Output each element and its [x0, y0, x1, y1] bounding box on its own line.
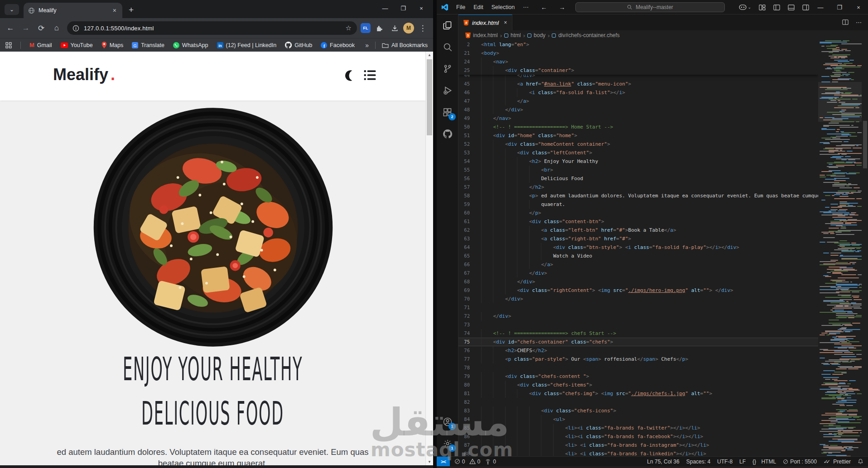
language-mode[interactable]: {} HTML [752, 458, 776, 465]
code-line[interactable]: 61 <div class="content-btn"> [458, 217, 818, 226]
search-icon[interactable] [437, 36, 458, 58]
dark-mode-moon-icon[interactable] [343, 69, 357, 82]
minimap-slider[interactable] [818, 82, 862, 122]
code-line[interactable]: 78 [458, 363, 818, 372]
code-line[interactable]: 46 <i class="fa-solid fa-list"></i> [458, 88, 818, 97]
code-line[interactable]: 55 <br> [458, 166, 818, 174]
extensions-icon[interactable]: 2 [437, 101, 458, 123]
home-icon[interactable]: ⌂ [50, 21, 63, 35]
code-line[interactable]: 86 <li><i class="fa-brands fa-facebook">… [458, 432, 818, 441]
code-editor[interactable]: 2<html lang="en">21<body>24 <nav>25 <div… [458, 40, 818, 456]
code-line[interactable]: 64 <div class="btn-style"> <i class="fa-… [458, 243, 818, 252]
code-line[interactable]: 67 </div> [458, 269, 818, 277]
code-line[interactable]: 62 <a class="left-btn" href="#">Book a T… [458, 226, 818, 234]
code-line[interactable]: 50 <!-- ! =================> Home Start … [458, 123, 818, 131]
chrome-menu-icon[interactable]: ⋮ [416, 21, 429, 35]
tab-close-icon[interactable]: × [504, 19, 507, 26]
code-line[interactable]: 88 <li> <i class="fa-brands fa-linkedin"… [458, 449, 818, 456]
code-line[interactable]: 63 <a class="right-btn" href="#"> [458, 234, 818, 243]
breadcrumb-file[interactable]: 5index.html [465, 32, 498, 38]
bookmarks-overflow-chevron[interactable]: » [365, 42, 369, 49]
code-line[interactable]: 80 <div class="chefs-items"> [458, 381, 818, 389]
indentation[interactable]: Spaces: 4 [686, 458, 710, 465]
code-line[interactable]: 59 quaerat. [458, 200, 818, 209]
code-line[interactable]: 74 <!-- ! =================> chefs Start… [458, 329, 818, 338]
code-line[interactable]: 54 <h2> Enjoy Your Healthy [458, 157, 818, 166]
extension-icon-blue[interactable]: FL [361, 23, 371, 33]
eol-sequence[interactable]: LF [739, 458, 746, 465]
editor-scrollbar-thumb[interactable] [863, 121, 867, 168]
code-line[interactable]: 51 <div id="home" class="home"> [458, 131, 818, 140]
toggle-secondary-sidebar-icon[interactable] [802, 4, 809, 11]
breadcrumb-div[interactable]: div#chefs-container.chefs [552, 32, 619, 38]
ports-status[interactable]: 0 [485, 458, 496, 465]
code-line[interactable]: 77 <p class="par-style"> Our <span> roff… [458, 355, 818, 363]
code-line[interactable]: 58 <p> ed autem laudantium dolores. Volu… [458, 191, 818, 200]
code-line[interactable]: 69 <div class="rightContent"> <img src="… [458, 286, 818, 295]
bookmark-linkedin[interactable]: in (12) Feed | LinkedIn [217, 42, 277, 48]
code-line[interactable]: 60 </p> [458, 209, 818, 217]
scroll-down-icon[interactable]: ▼ [426, 458, 433, 465]
address-bar[interactable]: 127.0.0.1:5500/index.html ☆ [67, 21, 357, 35]
live-server-port[interactable]: Port : 5500 [783, 458, 817, 465]
code-line[interactable]: 56 Delicious Food [458, 174, 818, 183]
cursor-position[interactable]: Ln 75, Col 36 [647, 458, 679, 465]
code-line[interactable]: 57 </h2> [458, 183, 818, 191]
code-line[interactable]: 82 [458, 398, 818, 406]
code-line[interactable]: 85 <li><i class="fa-brands fa-twitter"><… [458, 424, 818, 432]
bookmark-star-icon[interactable]: ☆ [346, 24, 352, 32]
chrome-maximize-button[interactable]: ❐ [394, 2, 412, 14]
source-control-icon[interactable] [437, 58, 458, 80]
bookmark-whatsapp[interactable]: WhatsApp [173, 42, 208, 48]
customize-layout-icon[interactable] [759, 4, 766, 11]
minimap[interactable] [818, 40, 862, 456]
prettier-status[interactable]: ✓✓ Prettier [824, 458, 851, 465]
explorer-icon[interactable] [437, 14, 458, 36]
run-debug-icon[interactable] [437, 80, 458, 101]
code-line[interactable]: 75 <div id="chefs-container" class="chef… [458, 338, 818, 346]
editor-more-actions-icon[interactable]: ⋯ [856, 19, 862, 26]
tab-index-html[interactable]: 5 index.html × [458, 14, 512, 30]
tab-close-icon[interactable]: × [111, 7, 118, 14]
notifications-bell-icon[interactable] [858, 458, 863, 464]
reload-icon[interactable]: ⟳ [34, 21, 48, 35]
problems-status[interactable]: 0 0 [454, 458, 480, 465]
url-text[interactable]: 127.0.0.1:5500/index.html [84, 25, 341, 32]
profile-avatar[interactable]: M [403, 23, 414, 33]
code-line[interactable]: 65 Watch a Video [458, 252, 818, 260]
menu-list-icon[interactable] [363, 69, 377, 81]
code-line[interactable]: 21<body> [458, 49, 818, 57]
code-line[interactable]: 47 </a> [458, 97, 818, 105]
code-line[interactable]: 83 <div class="chefs-icons"> [458, 406, 818, 415]
code-line[interactable]: 71 [458, 303, 818, 312]
code-line[interactable]: 79 <div class="chefs-content "> [458, 372, 818, 381]
remote-indicator[interactable]: >< [437, 457, 450, 466]
code-line[interactable]: 81 <div class="chefs-img"> <img src="./i… [458, 389, 818, 398]
back-icon[interactable]: ← [4, 21, 17, 35]
encoding[interactable]: UTF-8 [717, 458, 733, 465]
tab-search-button[interactable]: ⌄ [5, 4, 19, 15]
settings-gear-icon[interactable]: 1 [437, 433, 458, 454]
chrome-close-button[interactable]: × [412, 2, 430, 14]
bookmark-translate[interactable]: G Translate [132, 42, 164, 48]
browser-tab-mealify[interactable]: Mealify × [24, 3, 122, 18]
extensions-puzzle-icon[interactable] [372, 21, 386, 35]
menu-selection[interactable]: Selection [487, 4, 519, 10]
code-line[interactable]: 87 <li> <i class="fa-brands fa-instagram… [458, 441, 818, 449]
nav-forward-icon[interactable]: → [559, 4, 565, 11]
breadcrumb-body[interactable]: body [527, 32, 545, 38]
bookmark-gmail[interactable]: M Gmail [29, 42, 52, 48]
download-icon[interactable] [388, 21, 401, 35]
page-scrollbar[interactable]: ▲ ▼ [425, 52, 433, 465]
code-line[interactable]: 2<html lang="en"> [458, 40, 818, 49]
breadcrumb-html[interactable]: html [504, 32, 521, 38]
bookmark-github[interactable]: GitHub [285, 42, 312, 48]
code-line[interactable]: 24 <nav> [458, 57, 818, 66]
toggle-panel-icon[interactable] [788, 4, 795, 11]
bookmark-youtube[interactable]: YouTube [61, 42, 93, 48]
accounts-icon[interactable]: 1 [437, 411, 458, 433]
github-icon[interactable] [437, 123, 458, 145]
code-line[interactable]: 72 </div> [458, 312, 818, 320]
new-tab-button[interactable]: + [129, 5, 134, 15]
code-line[interactable]: 68 </div> [458, 277, 818, 286]
